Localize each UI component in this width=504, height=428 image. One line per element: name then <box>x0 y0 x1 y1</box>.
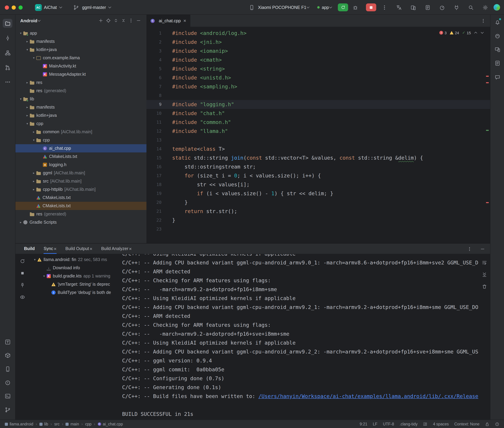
build-console[interactable]: C/C++: -- Using KleidiAI optimized kerne… <box>122 254 478 420</box>
tree-item[interactable]: ▾kotlin+java <box>16 46 146 54</box>
app-insights-button[interactable] <box>493 73 502 82</box>
resync-icon[interactable] <box>18 257 26 265</box>
hide-panel-icon[interactable] <box>135 17 142 24</box>
close-icon[interactable] <box>90 246 92 251</box>
tree-item[interactable]: MessageAdapter.kt <box>16 70 146 78</box>
resource-manager-button[interactable] <box>3 337 12 346</box>
tree-item[interactable]: CMakeLists.txt <box>16 152 146 161</box>
logcat-icon[interactable] <box>424 3 432 11</box>
options-icon[interactable] <box>127 17 135 24</box>
more-actions-icon[interactable] <box>380 3 389 11</box>
file-encoding[interactable]: UTF-8 <box>383 422 394 426</box>
tree-item[interactable]: ▾cpp <box>16 120 146 128</box>
build-tree-item[interactable]: ▾build.gradle.ktsapp 1 warning <box>29 272 122 280</box>
context-widget[interactable]: Context: None <box>454 422 479 426</box>
clear-console-icon[interactable] <box>480 282 488 290</box>
indent-icon[interactable] <box>423 422 427 426</box>
project-selector[interactable]: AC AiChat <box>35 4 62 11</box>
caret-position[interactable]: 9:21 <box>360 422 367 426</box>
device-manager-button[interactable] <box>493 45 502 54</box>
code-area[interactable]: 1#include <android/log.h>2#include <jni.… <box>146 27 490 243</box>
previous-problem-icon[interactable] <box>474 32 477 35</box>
project-view-selector[interactable]: Android <box>20 18 37 23</box>
lock-icon[interactable] <box>485 422 489 426</box>
build-panel-title[interactable]: Build <box>24 246 35 251</box>
error-count[interactable]: 3 <box>439 31 446 35</box>
stop-sync-icon[interactable] <box>18 269 26 277</box>
show-details-icon[interactable] <box>18 293 26 301</box>
device-mirroring-icon[interactable] <box>409 3 417 11</box>
tree-item[interactable]: res(generated) <box>16 87 146 95</box>
tree-item[interactable]: ai_chat.cpp <box>16 144 146 152</box>
profiler-icon[interactable] <box>438 3 446 11</box>
settings-icon[interactable] <box>481 3 489 11</box>
debug-icon[interactable] <box>351 3 359 11</box>
tree-item[interactable]: ▸res <box>16 78 146 87</box>
tree-item[interactable]: ▸kotlin+java <box>16 111 146 120</box>
plugins-icon[interactable] <box>452 3 461 11</box>
logcat-button[interactable] <box>493 58 502 67</box>
device-explorer-button[interactable] <box>3 351 12 360</box>
editor-options-icon[interactable] <box>479 17 487 25</box>
soft-wrap-icon[interactable] <box>480 258 488 266</box>
tree-item[interactable]: ▸manifests <box>16 37 146 46</box>
branch-selector[interactable]: ggml-master <box>72 3 111 11</box>
tree-item[interactable]: ▾cpp <box>16 136 146 144</box>
device-selector[interactable]: Xiaomi POCOPHONE F1 <box>258 5 306 10</box>
translate-icon[interactable] <box>395 3 403 11</box>
breadcrumb-item[interactable]: main <box>66 422 79 426</box>
clang-tidy-widget[interactable]: .clang-tidy <box>400 422 418 426</box>
line-separator[interactable]: LF <box>373 422 377 426</box>
tree-item[interactable]: ▾app <box>16 29 146 37</box>
search-icon[interactable] <box>467 3 475 11</box>
tree-item[interactable]: ▸common[AiChat.lib.main] <box>16 128 146 136</box>
warning-count[interactable]: 24 <box>450 31 459 35</box>
close-icon[interactable] <box>54 246 56 251</box>
pin-icon[interactable] <box>18 281 26 289</box>
close-icon[interactable] <box>183 18 186 23</box>
build-output-link[interactable]: /Users/hanyin/Workspace/ai-chat/examples… <box>258 393 478 399</box>
build-tree-item[interactable]: ▾llama.android: fin22 sec, 583 ms <box>29 255 122 264</box>
stop-button[interactable] <box>366 3 376 11</box>
problems-button[interactable] <box>3 378 12 387</box>
tree-item[interactable]: ▾com.example.llama <box>16 54 146 62</box>
breadcrumb-item[interactable]: ai_chat.cpp <box>98 422 123 426</box>
tree-item[interactable]: ▸cpp-httplib[AiChat.lib.main] <box>16 185 146 194</box>
run-config-selector[interactable]: app <box>322 5 329 10</box>
project-folder-button[interactable] <box>3 19 12 28</box>
hide-build-panel-icon[interactable] <box>478 245 487 253</box>
run-button[interactable] <box>338 3 348 11</box>
structure-button[interactable] <box>3 48 12 57</box>
build-options-icon[interactable] <box>465 245 474 253</box>
tree-item[interactable]: MainActivity.kt <box>16 62 146 70</box>
tab-build-analyzer[interactable]: Build Analyzer <box>101 244 132 254</box>
editor-tab[interactable]: ai_chat.cpp <box>146 15 190 27</box>
breadcrumb-item[interactable]: cpp <box>85 422 91 426</box>
close-window-button[interactable] <box>5 5 9 9</box>
tab-build-output[interactable]: Build Output <box>65 244 92 254</box>
close-icon[interactable] <box>129 246 132 251</box>
tree-item[interactable]: ▸src[AiChat.lib.main] <box>16 177 146 185</box>
tree-item[interactable]: CMakeLists.txt <box>16 202 146 210</box>
tree-item[interactable]: CMakeLists.txt <box>16 194 146 202</box>
tree-item[interactable]: ▾lib <box>16 95 146 103</box>
tree-item[interactable]: ▸manifests <box>16 103 146 111</box>
breadcrumb-item[interactable]: lib <box>39 422 48 426</box>
version-control-button[interactable] <box>3 405 12 414</box>
indent-size[interactable]: 4 spaces <box>433 422 449 426</box>
scroll-to-end-icon[interactable] <box>480 270 488 279</box>
collapse-all-icon[interactable] <box>120 17 127 24</box>
minimize-window-button[interactable] <box>12 5 16 9</box>
terminal-button[interactable] <box>3 392 12 400</box>
select-opened-file-icon[interactable] <box>105 17 112 24</box>
inspections-widget[interactable]: 3 24 15 <box>439 31 484 35</box>
build-tree-item[interactable]: BuildType 'debug' is both de <box>29 288 122 297</box>
emulator-button[interactable] <box>3 364 12 373</box>
error-stripe-mark[interactable] <box>486 76 489 77</box>
build-tree-item[interactable]: 'jvmTarget: String' is deprec <box>29 280 122 288</box>
add-icon[interactable] <box>97 17 105 24</box>
pull-requests-button[interactable] <box>3 63 12 72</box>
zoom-window-button[interactable] <box>18 5 23 9</box>
tab-sync[interactable]: Sync <box>44 244 57 254</box>
build-tree-item[interactable]: Download info <box>29 264 122 272</box>
